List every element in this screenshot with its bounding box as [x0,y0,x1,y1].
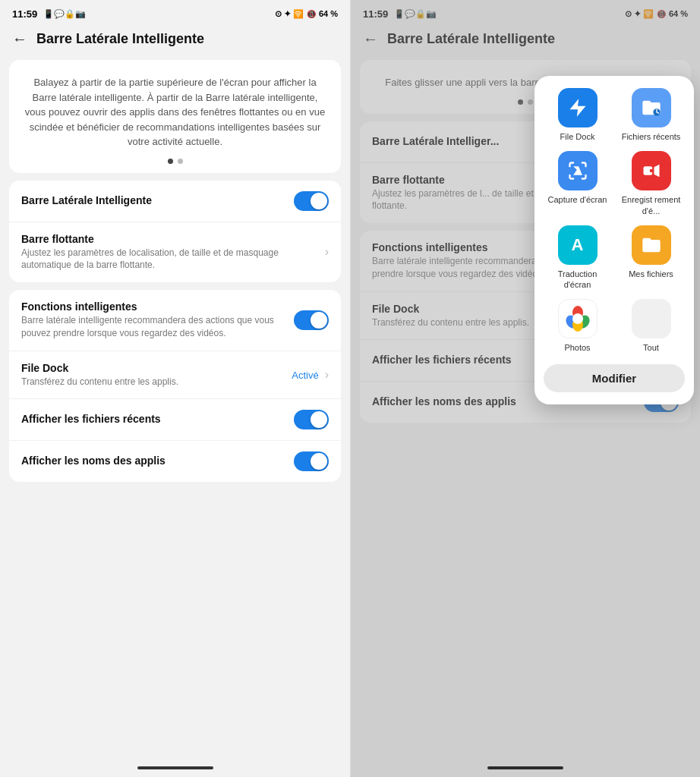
mesfichiers-icon [632,225,671,265]
notif-icons-left: 📱💬🔒📷 [43,9,86,19]
filedock-status: Activé [292,370,318,381]
toggle-barre-laterale[interactable] [294,191,329,211]
enreg-label: Enregist rement d'é... [617,194,685,216]
dots-left [21,159,329,164]
mesfichiers-label: Mes fichiers [629,269,673,279]
capture-label: Capture d'écran [548,194,607,205]
left-panel: 11:59 📱💬🔒📷 ⊙ ✦ 🛜 📵 64 % ← Barre Latérale… [0,0,350,777]
dot-2-left [178,159,183,164]
setting-desc-fonctions: Barre latérale intelligente recommandera… [21,314,294,340]
filedock-icon [558,88,598,127]
setting-row-recents[interactable]: Afficher les fichiers récents [9,399,341,441]
info-text-left: Balayez à partir de la partie supérieure… [21,75,329,149]
setting-title-noms: Afficher les noms des applis [21,455,294,467]
status-right-left: ⊙ ✦ 🛜 📵 64 % [275,9,338,19]
svg-marker-0 [569,99,585,116]
settings-card-2-left: Fonctions intelligentes Barre latérale i… [9,290,341,482]
setting-row-barre-laterale[interactable]: Barre Latérale Intelligente [9,181,341,222]
popup-item-tout[interactable]: Tout [617,299,685,353]
sidebar-popup[interactable]: File Dock Fichiers récents [534,76,694,404]
popup-item-mesfichiers[interactable]: Mes fichiers [617,225,685,291]
headphone-icon: ⊙ ✦ 🛜 [275,9,304,19]
setting-desc-filedock: Transférez du contenu entre les applis. [21,376,292,388]
popup-item-photos[interactable]: Photos [544,299,611,353]
svg-marker-3 [654,165,659,177]
chevron-filedock: › [325,368,329,382]
traduction-label: Traduction d'écran [544,269,611,291]
setting-title-filedock: File Dock [21,362,292,374]
setting-title-1: Barre Latérale Intelligente [21,194,294,206]
toggle-recents[interactable] [294,410,329,429]
toggle-noms[interactable] [294,451,329,471]
home-indicator-left [0,759,350,777]
tout-label: Tout [643,342,659,353]
popup-item-enreg[interactable]: Enregist rement d'é... [617,151,685,216]
photos-label: Photos [564,342,590,353]
fichiers-icon [632,88,671,127]
capture-icon [558,151,598,190]
info-card-left: Balayez à partir de la partie supérieure… [9,60,341,173]
top-bar-left: ← Barre Latérale Intelligente [0,24,350,54]
setting-desc-2: Ajustez les paramètres de localisation, … [21,247,319,272]
traduction-icon: A [558,225,598,265]
toggle-fonctions[interactable] [294,310,329,330]
status-bar-left: 11:59 📱💬🔒📷 ⊙ ✦ 🛜 📵 64 % [0,0,350,24]
battery-left: 64 % [319,9,338,18]
dot-1-left [168,159,173,164]
modify-btn-container: Modifier [544,364,685,392]
filedock-label: File Dock [560,131,595,142]
fichiers-label: Fichiers récents [622,131,681,142]
setting-row-fonctions[interactable]: Fonctions intelligentes Barre latérale i… [9,290,341,351]
popup-grid: File Dock Fichiers récents [544,88,685,354]
home-bar-left [137,766,213,769]
time-left: 11:59 [12,8,37,20]
setting-row-filedock[interactable]: File Dock Transférez du contenu entre le… [9,351,341,400]
setting-title-recents: Afficher les fichiers récents [21,413,294,425]
settings-card-1-left: Barre Latérale Intelligente Barre flotta… [9,181,341,283]
tout-icon [632,299,671,338]
popup-item-traduction[interactable]: A Traduction d'écran [544,225,611,291]
popup-item-filedock[interactable]: File Dock [544,88,611,142]
popup-item-capture[interactable]: Capture d'écran [544,151,611,216]
setting-row-barre-flottante[interactable]: Barre flottante Ajustez les paramètres d… [9,222,341,283]
page-title-left: Barre Latérale Intelligente [36,31,204,47]
right-panel: 11:59 📱💬🔒📷 ⊙ ✦ 🛜 📵 64 % ← Barre Latérale… [350,0,700,777]
svg-point-9 [572,313,583,324]
content-left: Balayez à partir de la partie supérieure… [0,54,350,759]
setting-row-noms[interactable]: Afficher les noms des applis [9,441,341,482]
setting-title-fonctions: Fonctions intelligentes [21,300,294,313]
popup-item-fichiers[interactable]: Fichiers récents [617,88,685,142]
back-button-left[interactable]: ← [12,30,27,48]
enreg-icon [632,151,671,190]
modify-button[interactable]: Modifier [544,364,685,392]
setting-title-2: Barre flottante [21,233,319,245]
svg-point-4 [649,169,653,173]
chevron-barre-flottante: › [325,245,329,259]
photos-icon [558,299,598,338]
